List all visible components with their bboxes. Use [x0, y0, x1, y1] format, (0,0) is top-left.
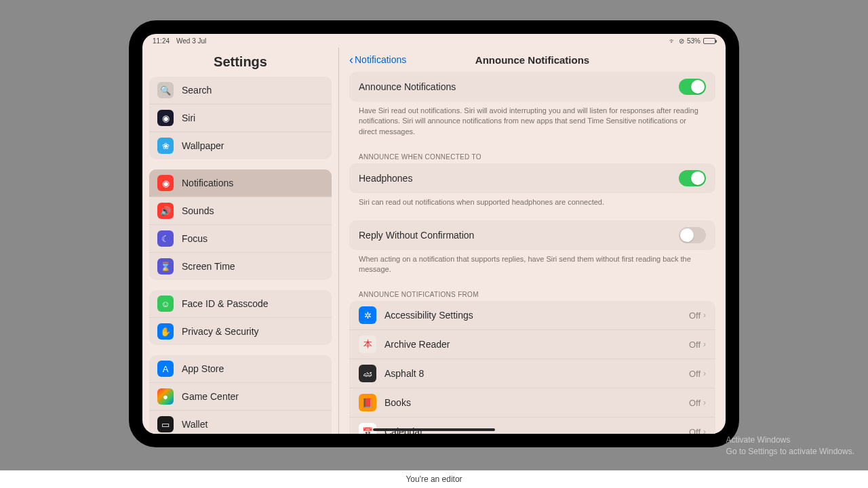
sidebar-item-label: Wallpaper	[182, 140, 224, 151]
reply-label: Reply Without Confirmation	[359, 230, 474, 241]
app-name: Accessibility Settings	[384, 310, 689, 321]
app-name: Archive Reader	[384, 339, 689, 350]
app-value: Off	[689, 398, 701, 408]
battery-percent: 53%	[687, 37, 701, 45]
sidebar-item-label: Search	[182, 85, 212, 96]
wallet-icon: ▭	[157, 416, 174, 432]
sidebar-item-label: Sounds	[182, 205, 214, 216]
sidebar-list[interactable]: 🔍Search◉Siri❀Wallpaper ◉Notifications🔊So…	[142, 77, 338, 434]
headphones-label: Headphones	[359, 173, 412, 184]
app-row-archive-reader[interactable]: 本Archive ReaderOff›	[349, 330, 715, 359]
apps-header: ANNOUNCE NOTIFICATIONS FROM	[349, 281, 715, 301]
settings-sidebar: Settings 🔍Search◉Siri❀Wallpaper ◉Notific…	[142, 47, 339, 434]
home-indicator[interactable]	[373, 428, 495, 431]
app-name: Asphalt 8	[384, 368, 689, 379]
battery-icon	[703, 38, 715, 44]
privacy-security-icon: ✋	[157, 323, 174, 340]
app-icon: 🏎	[359, 365, 376, 382]
sidebar-item-face-id-passcode[interactable]: ☺Face ID & Passcode	[149, 290, 332, 318]
detail-content[interactable]: Announce Notifications Have Siri read ou…	[339, 72, 726, 434]
windows-watermark: Activate Windows Go to Settings to activ…	[726, 434, 854, 458]
app-value: Off	[689, 340, 701, 350]
app-store-icon: A	[157, 361, 174, 377]
announce-toggle-row[interactable]: Announce Notifications	[349, 72, 715, 102]
sidebar-item-siri[interactable]: ◉Siri	[149, 104, 332, 132]
detail-panel: ‹ Notifications Announce Notifications A…	[339, 47, 726, 434]
sidebar-item-wallpaper[interactable]: ❀Wallpaper	[149, 132, 332, 159]
chevron-right-icon: ›	[703, 340, 706, 349]
sidebar-item-label: Face ID & Passcode	[182, 298, 269, 309]
chevron-right-icon: ›	[703, 310, 706, 320]
sidebar-item-label: Game Center	[182, 391, 239, 402]
sidebar-item-label: Wallet	[182, 419, 208, 430]
wifi-icon: ᯤ	[669, 37, 676, 45]
sidebar-item-label: Focus	[182, 233, 208, 244]
app-row-asphalt-8[interactable]: 🏎Asphalt 8Off›	[349, 359, 715, 388]
ipad-screen: 11:24 Wed 3 Jul ᯤ ⊘ 53% Settings 🔍Search…	[142, 34, 726, 434]
sidebar-item-label: Notifications	[182, 178, 233, 188]
app-row-accessibility-settings[interactable]: ✲Accessibility SettingsOff›	[349, 301, 715, 330]
app-icon: 本	[359, 336, 376, 353]
sidebar-item-privacy-security[interactable]: ✋Privacy & Security	[149, 318, 332, 345]
sidebar-item-app-store[interactable]: AApp Store	[149, 355, 332, 383]
app-value: Off	[689, 369, 701, 379]
sidebar-item-label: Privacy & Security	[182, 326, 259, 337]
chevron-right-icon: ›	[703, 369, 706, 378]
sidebar-item-notifications[interactable]: ◉Notifications	[149, 169, 332, 197]
wallpaper-icon: ❀	[157, 138, 174, 154]
connect-header: ANNOUNCE WHEN CONNECTED TO	[349, 144, 715, 163]
focus-icon: ☾	[157, 230, 174, 247]
headphones-toggle[interactable]	[679, 170, 706, 186]
app-value: Off	[689, 310, 701, 321]
reply-toggle[interactable]	[679, 227, 706, 243]
app-value: Off	[689, 427, 701, 434]
sidebar-item-screen-time[interactable]: ⌛Screen Time	[149, 253, 332, 280]
status-time: 11:24	[153, 37, 170, 45]
status-bar: 11:24 Wed 3 Jul ᯤ ⊘ 53%	[142, 34, 726, 47]
sidebar-item-focus[interactable]: ☾Focus	[149, 225, 332, 253]
announce-description: Have Siri read out notifications. Siri w…	[349, 102, 715, 144]
sidebar-item-label: Screen Time	[182, 261, 235, 272]
back-button[interactable]: ‹ Notifications	[349, 53, 406, 67]
app-icon: ✲	[359, 306, 376, 324]
chevron-right-icon: ›	[703, 398, 706, 407]
sidebar-title: Settings	[142, 47, 338, 77]
reply-toggle-row[interactable]: Reply Without Confirmation	[349, 220, 715, 250]
face-id-passcode-icon: ☺	[157, 296, 174, 312]
app-row-books[interactable]: 📕BooksOff›	[349, 388, 715, 418]
game-center-icon: ●	[157, 388, 174, 405]
announce-toggle[interactable]	[679, 79, 706, 95]
screen-time-icon: ⌛	[157, 258, 174, 274]
orientation-lock-icon: ⊘	[679, 37, 684, 45]
announce-label: Announce Notifications	[359, 81, 456, 92]
chevron-left-icon: ‹	[349, 53, 353, 67]
status-date: Wed 3 Jul	[176, 37, 206, 45]
search-icon: 🔍	[157, 82, 174, 98]
app-name: Books	[384, 397, 689, 408]
app-row-calendar[interactable]: 📅CalendarOff›	[349, 418, 715, 434]
sidebar-item-wallet[interactable]: ▭Wallet	[149, 411, 332, 434]
sounds-icon: 🔊	[157, 203, 174, 219]
sidebar-item-search[interactable]: 🔍Search	[149, 77, 332, 104]
notifications-icon: ◉	[157, 175, 174, 191]
siri-icon: ◉	[157, 110, 174, 126]
headphones-toggle-row[interactable]: Headphones	[349, 163, 715, 193]
sidebar-item-label: Siri	[182, 113, 195, 123]
app-icon: 📕	[359, 394, 376, 411]
sidebar-item-label: App Store	[182, 363, 224, 374]
ipad-frame: 11:24 Wed 3 Jul ᯤ ⊘ 53% Settings 🔍Search…	[129, 20, 739, 447]
back-label: Notifications	[355, 54, 406, 65]
sidebar-item-game-center[interactable]: ●Game Center	[149, 383, 332, 411]
detail-title: Announce Notifications	[475, 54, 589, 66]
sidebar-item-sounds[interactable]: 🔊Sounds	[149, 197, 332, 225]
editor-bar: You're an editor	[0, 470, 868, 488]
chevron-right-icon: ›	[703, 427, 706, 434]
reply-description: When acting on a notification that suppo…	[349, 250, 715, 282]
headphones-description: Siri can read out notifications when sup…	[349, 193, 715, 214]
